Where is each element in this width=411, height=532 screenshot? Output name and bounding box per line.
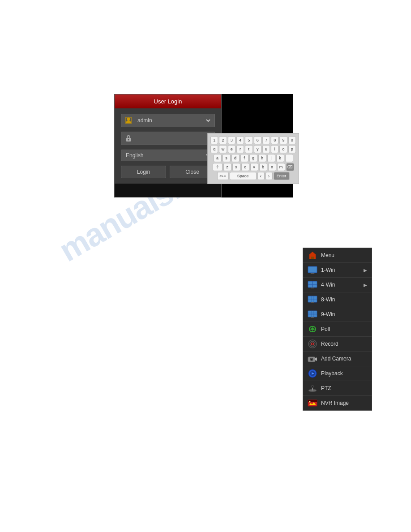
key-s[interactable]: s	[223, 154, 231, 162]
menu-label-ptz: PTZ	[321, 385, 367, 391]
menu-item-4win[interactable]: 4-Win ▶	[303, 278, 372, 292]
shift-key[interactable]: ⇧	[213, 163, 223, 171]
keyboard-row-qwerty: q w e r t y u i o p	[210, 145, 296, 153]
svg-point-29	[312, 343, 313, 345]
menu-label-4win: 4-Win	[321, 282, 364, 288]
password-input[interactable]	[136, 135, 212, 142]
menu-label-9win: 9-Win	[321, 311, 367, 317]
key-c[interactable]: c	[241, 163, 249, 171]
key-a[interactable]: a	[214, 154, 222, 162]
key-5[interactable]: 5	[245, 136, 253, 144]
menu-item-addcamera[interactable]: Add Camera	[303, 352, 372, 366]
key-e[interactable]: e	[228, 145, 235, 153]
key-d[interactable]: d	[231, 154, 240, 162]
login-black-bar	[115, 184, 221, 197]
svg-rect-23	[311, 317, 314, 318]
svg-rect-7	[311, 273, 314, 274]
playback-icon	[308, 369, 317, 378]
username-row: admin	[121, 114, 215, 127]
key-2[interactable]: 2	[219, 136, 227, 144]
username-select[interactable]: admin	[136, 117, 212, 124]
context-menu: Menu 1-Win ▶ 4-Win ▶	[303, 248, 372, 411]
record-icon	[308, 339, 317, 349]
menu-label-poll: Poll	[321, 326, 367, 332]
key-o[interactable]: o	[279, 145, 287, 153]
menu-item-1win[interactable]: 1-Win ▶	[303, 263, 372, 278]
language-select[interactable]: English Chinese	[124, 152, 212, 159]
menu-label-1win: 1-Win	[321, 267, 364, 273]
menu-item-record[interactable]: Record	[303, 337, 372, 352]
key-y[interactable]: y	[254, 145, 261, 153]
keyboard-row-numbers: 1 2 3 4 5 6 7 8 9 0	[210, 136, 296, 144]
menu-label-8win: 8-Win	[321, 296, 367, 303]
login-button[interactable]: Login	[121, 166, 166, 178]
svg-point-43	[309, 401, 311, 403]
svg-rect-5	[311, 257, 314, 259]
menu-item-8win[interactable]: 8-Win	[303, 292, 372, 307]
login-buttons: Login Close	[121, 166, 215, 178]
poll-icon	[308, 324, 317, 334]
menu-item-poll[interactable]: Poll	[303, 322, 372, 337]
menu-item-ptz[interactable]: PTZ	[303, 381, 372, 396]
key-w[interactable]: w	[219, 145, 227, 153]
svg-rect-17	[311, 302, 314, 303]
login-title: User Login	[154, 98, 182, 105]
lock-icon	[124, 134, 133, 143]
key-7[interactable]: 7	[262, 136, 270, 144]
space-key[interactable]: Space	[230, 172, 257, 180]
key-i[interactable]: i	[271, 145, 278, 153]
menu-item-nvrimage[interactable]: NVR Image	[303, 396, 372, 410]
monitor4-icon	[308, 280, 317, 290]
key-3[interactable]: 3	[228, 136, 235, 144]
key-k[interactable]: k	[276, 154, 284, 162]
key-g[interactable]: g	[249, 154, 257, 162]
key-l[interactable]: l	[285, 154, 293, 162]
key-r[interactable]: r	[236, 145, 244, 153]
svg-rect-6	[308, 266, 317, 273]
menu-item-menu[interactable]: Menu	[303, 248, 372, 263]
backspace-key[interactable]: ⌫	[286, 163, 294, 171]
key-u[interactable]: u	[262, 145, 270, 153]
svg-rect-8	[310, 274, 315, 274]
keyboard: 1 2 3 4 5 6 7 8 9 0 q w e r t y u i o p …	[207, 133, 299, 184]
arrow-4win: ▶	[364, 283, 367, 287]
key-n[interactable]: n	[268, 163, 276, 171]
arrow-1win: ▶	[364, 268, 367, 273]
right-key[interactable]: ›	[265, 172, 273, 180]
key-b[interactable]: b	[259, 163, 267, 171]
svg-point-3	[128, 139, 129, 141]
key-z[interactable]: z	[223, 163, 231, 171]
key-8[interactable]: 8	[271, 136, 278, 144]
nvrimage-icon	[308, 398, 317, 408]
key-4[interactable]: 4	[236, 136, 244, 144]
key-f[interactable]: f	[240, 154, 248, 162]
svg-point-40	[312, 386, 313, 387]
monitor1-icon	[308, 265, 317, 275]
monitor8-icon	[308, 295, 317, 305]
password-row	[121, 132, 215, 145]
key-j[interactable]: j	[267, 154, 275, 162]
key-0[interactable]: 0	[288, 136, 296, 144]
svg-rect-18	[308, 311, 317, 317]
house-icon	[308, 250, 317, 260]
menu-item-playback[interactable]: Playback	[303, 366, 372, 381]
key-p[interactable]: p	[288, 145, 296, 153]
left-key[interactable]: ‹	[257, 172, 265, 180]
key-1[interactable]: 1	[210, 136, 218, 144]
login-body: admin English Chinese	[115, 108, 221, 184]
key-h[interactable]: h	[258, 154, 266, 162]
menu-item-9win[interactable]: 9-Win	[303, 307, 372, 322]
key-q[interactable]: q	[210, 145, 218, 153]
key-6[interactable]: 6	[254, 136, 261, 144]
svg-point-33	[311, 359, 313, 360]
menu-label-addcamera: Add Camera	[321, 356, 367, 362]
login-header: User Login	[115, 94, 221, 108]
key-9[interactable]: 9	[279, 136, 287, 144]
key-v[interactable]: v	[250, 163, 258, 171]
key-m[interactable]: m	[277, 163, 285, 171]
menu-label-nvrimage: NVR Image	[321, 400, 367, 406]
enter-key[interactable]: Enter	[274, 172, 290, 180]
symbols-key[interactable]: #+=	[217, 172, 229, 180]
key-t[interactable]: t	[245, 145, 253, 153]
key-x[interactable]: x	[232, 163, 240, 171]
